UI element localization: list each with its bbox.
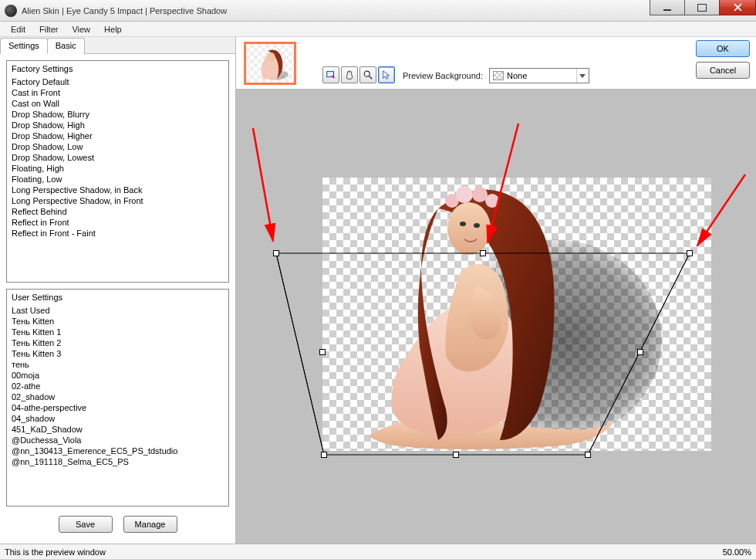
transform-handle[interactable] <box>637 349 643 355</box>
preview-canvas[interactable] <box>236 90 756 544</box>
tabs-bar: Settings Basic <box>0 37 235 54</box>
list-item[interactable]: Reflect in Front - Faint <box>7 228 228 239</box>
menubar: Edit Filter View Help <box>0 22 756 37</box>
list-item[interactable]: Тень Kitten 1 <box>7 327 228 337</box>
statusbar: This is the preview window 50.00% <box>0 544 756 559</box>
list-item[interactable]: Last Used <box>7 305 228 316</box>
window-controls <box>650 0 756 15</box>
list-item[interactable]: @nn_191118_Selma_EC5_PS <box>7 456 228 467</box>
list-item[interactable]: тень <box>7 359 228 370</box>
minimize-button[interactable] <box>650 0 685 15</box>
list-item[interactable]: Long Perspective Shadow, in Back <box>7 185 228 195</box>
transform-handle[interactable] <box>319 349 326 355</box>
panel-body: Factory Settings Factory Default Cast in… <box>0 54 235 544</box>
tab-basic[interactable]: Basic <box>47 38 85 54</box>
svg-point-6 <box>447 202 491 255</box>
zoom-tool-button[interactable] <box>359 66 376 83</box>
transform-handle[interactable] <box>687 250 693 256</box>
factory-settings-scroll[interactable]: Factory Default Cast in Front Cast on Wa… <box>7 76 228 282</box>
factory-settings-list: Factory Settings Factory Default Cast in… <box>6 60 229 283</box>
preview-background-label: Preview Background: <box>403 71 483 80</box>
svg-point-3 <box>364 71 370 76</box>
transform-handle[interactable] <box>273 250 279 256</box>
tool-buttons <box>322 66 395 83</box>
list-item[interactable]: Cast on Wall <box>7 98 228 109</box>
list-item[interactable]: Drop Shadow, Low <box>7 141 228 152</box>
close-icon <box>734 3 742 12</box>
zoom-icon <box>363 69 373 80</box>
user-settings-scroll[interactable]: Last Used Тень Kitten Тень Kitten 1 Тень… <box>7 305 228 506</box>
list-item[interactable]: Drop Shadow, Lowest <box>7 152 228 163</box>
svg-point-12 <box>485 194 499 208</box>
menu-edit[interactable]: Edit <box>5 23 32 36</box>
menu-help[interactable]: Help <box>98 23 128 36</box>
right-area: Preview Background: None <box>236 37 756 544</box>
list-item[interactable]: Floating, Low <box>7 174 228 185</box>
preview-background-value: None <box>507 71 527 80</box>
list-item[interactable]: Factory Default <box>7 76 228 87</box>
toolbar-row: Preview Background: None <box>236 37 756 90</box>
list-item[interactable]: Тень Kitten <box>7 316 228 327</box>
list-item[interactable]: 02_shadow <box>7 391 228 402</box>
pointer-tool-button[interactable] <box>378 66 395 83</box>
hand-icon <box>344 69 355 80</box>
list-item[interactable]: 02-athe <box>7 381 228 391</box>
list-item[interactable]: 04-athe-perspective <box>7 402 228 413</box>
transform-handle[interactable] <box>453 452 459 458</box>
menu-filter[interactable]: Filter <box>33 23 64 36</box>
list-item[interactable]: Reflect Behind <box>7 206 228 217</box>
svg-point-10 <box>456 186 473 203</box>
dialog-buttons: OK Cancel <box>696 40 750 79</box>
list-item[interactable]: Drop Shadow, High <box>7 120 228 130</box>
list-item[interactable]: 04_shadow <box>7 413 228 424</box>
list-item[interactable]: Drop Shadow, Higher <box>7 130 228 141</box>
list-item[interactable]: Тень Kitten 2 <box>7 337 228 348</box>
settings-button-row: Save Manage <box>6 513 229 537</box>
status-text: This is the preview window <box>5 547 106 557</box>
transform-handle[interactable] <box>321 452 327 458</box>
preview-image-area <box>322 178 711 451</box>
preview-toggle-icon <box>326 69 336 80</box>
svg-point-11 <box>472 187 488 202</box>
main-area: Settings Basic Factory Settings Factory … <box>0 37 756 544</box>
list-item[interactable]: 00moja <box>7 370 228 381</box>
titlebar: Alien Skin | Eye Candy 5 Impact | Perspe… <box>0 0 756 22</box>
list-item[interactable]: Reflect in Front <box>7 217 228 228</box>
cancel-button[interactable]: Cancel <box>696 62 750 79</box>
factory-settings-header: Factory Settings <box>7 61 228 76</box>
list-item[interactable]: 451_KaD_Shadow <box>7 424 228 435</box>
preview-toggle-button[interactable] <box>322 66 339 83</box>
list-item[interactable]: Drop Shadow, Blurry <box>7 109 228 120</box>
zoom-level: 50.00% <box>723 547 751 557</box>
list-item[interactable]: Long Perspective Shadow, in Front <box>7 195 228 206</box>
pointer-icon <box>381 69 392 80</box>
user-settings-list: User Settings Last Used Тень Kitten Тень… <box>6 289 229 506</box>
tab-settings[interactable]: Settings <box>0 38 48 54</box>
preview-image <box>322 178 711 451</box>
user-settings-header: User Settings <box>7 290 228 305</box>
close-button[interactable] <box>719 0 756 15</box>
hand-tool-button[interactable] <box>341 66 358 83</box>
preview-thumbnail[interactable] <box>244 42 296 85</box>
swatch-icon <box>493 71 504 80</box>
chevron-down-icon <box>576 69 589 83</box>
list-item[interactable]: @nn_130413_Emerence_EC5_PS_tdstudio <box>7 446 228 456</box>
list-item[interactable]: Тень Kitten 3 <box>7 348 228 359</box>
window-title: Alien Skin | Eye Candy 5 Impact | Perspe… <box>22 6 227 15</box>
ok-button[interactable]: OK <box>696 40 750 57</box>
svg-point-7 <box>460 222 466 226</box>
list-item[interactable]: Floating, High <box>7 163 228 174</box>
manage-button[interactable]: Manage <box>123 516 177 533</box>
transform-handle[interactable] <box>480 250 486 256</box>
list-item[interactable]: Cast in Front <box>7 87 228 98</box>
preview-background-combo[interactable]: None <box>489 68 589 83</box>
maximize-button[interactable] <box>684 0 720 15</box>
menu-view[interactable]: View <box>66 23 96 36</box>
list-item[interactable]: @Duchessa_Viola <box>7 435 228 446</box>
svg-point-1 <box>268 53 275 61</box>
svg-line-14 <box>276 253 324 455</box>
svg-line-4 <box>370 76 373 80</box>
preview-background-row: Preview Background: None <box>403 68 589 83</box>
transform-handle[interactable] <box>585 452 591 458</box>
save-button[interactable]: Save <box>59 516 113 533</box>
